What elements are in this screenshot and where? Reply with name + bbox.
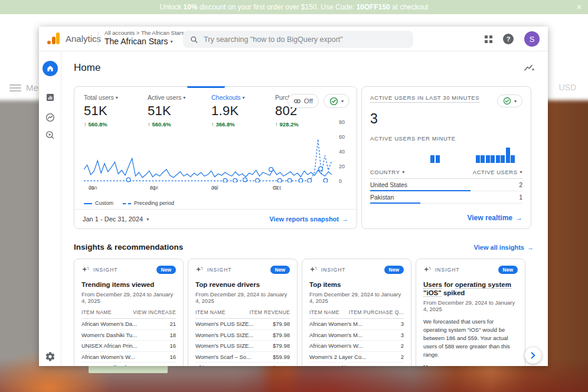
item-name: African Women's W... xyxy=(81,354,135,360)
help-icon[interactable]: ? xyxy=(503,34,514,44)
insight-title: Users for operating system "iOS" spiked xyxy=(423,280,518,297)
minute-bar xyxy=(436,155,440,163)
insight-body: We forecasted that users for operating s… xyxy=(423,318,518,359)
table-row: African Women's Da...21 xyxy=(81,319,176,330)
date-range-label: Jan 1 - Dec 31, 2024 xyxy=(83,215,143,223)
arrow-right-icon: → xyxy=(342,215,348,223)
check-circle-icon xyxy=(329,97,338,106)
chevron-down-icon: ▾ xyxy=(146,217,149,222)
account-name: The African Stars xyxy=(104,37,168,46)
hamburger-icon xyxy=(9,84,21,92)
gear-icon xyxy=(45,351,55,362)
insight-card-top-items[interactable]: INSIGHT New Top items From December 29, … xyxy=(302,259,411,366)
insight-cards-row: INSIGHT New Trending items viewed From D… xyxy=(74,259,525,366)
chart-legend: CustomPreceding period xyxy=(84,200,174,206)
chevron-down-icon: ▾ xyxy=(514,99,517,104)
item-value: 2 xyxy=(401,354,404,360)
sidebar-item-admin[interactable] xyxy=(39,351,61,362)
country-bar xyxy=(370,202,420,204)
insight-card-ios-spike[interactable]: INSIGHT New Users for operating system "… xyxy=(416,259,525,366)
insights-next-button[interactable] xyxy=(525,347,541,364)
country-row: United States2 xyxy=(370,179,522,191)
header-divider xyxy=(98,32,99,46)
chevron-right-icon xyxy=(530,352,536,359)
comparison-state: Off xyxy=(304,97,313,104)
promo-text-mid: discount on your first order over $150. … xyxy=(198,3,357,11)
table-row: African Women's M...$35.97 xyxy=(195,362,290,366)
insight-kicker: INSIGHT xyxy=(435,267,495,273)
item-name: African Women's M... xyxy=(309,321,362,327)
comparison-toggle[interactable]: Off xyxy=(288,94,319,108)
currency-selector[interactable]: USD xyxy=(558,83,576,92)
minute-bar xyxy=(486,155,490,163)
insight-title: Top revenue drivers xyxy=(195,280,290,289)
insight-kicker: INSIGHT xyxy=(207,267,267,273)
country-row: Pakistan1 xyxy=(370,191,522,204)
country-column-header[interactable]: COUNTRY ▾ xyxy=(370,169,405,175)
avatar[interactable]: S xyxy=(524,31,540,47)
item-name: African Women's M... xyxy=(195,364,249,366)
item-value: 16 xyxy=(169,354,176,360)
diagnostics-grid-icon[interactable] xyxy=(485,35,492,43)
anomaly-marker xyxy=(269,168,273,172)
table-row: UNISEX African Prin...16 xyxy=(81,341,176,352)
y-tick: 40 xyxy=(339,149,345,155)
anomaly-marker xyxy=(277,178,282,182)
item-value: $79.98 xyxy=(273,321,290,327)
item-name: Women's 2 Layer Co... xyxy=(309,354,366,360)
account-switcher[interactable]: All accounts > The African Stars The Afr… xyxy=(104,30,184,46)
search-bar[interactable] xyxy=(183,31,413,48)
reports-icon xyxy=(45,93,55,102)
insight-table: African Women's Da...21Women's Dashiki T… xyxy=(81,319,176,366)
view-all-insights-link[interactable]: View all insights → xyxy=(474,244,534,251)
arrow-right-icon: → xyxy=(527,244,534,251)
home-icon xyxy=(43,61,58,76)
date-range-picker[interactable]: Jan 1 - Dec 31, 2024 ▾ xyxy=(83,215,149,223)
x-axis-labels: 01Jan01Apr01Jul01Oct xyxy=(84,185,332,197)
column-header: ITEM NAME xyxy=(81,309,112,315)
search-input[interactable] xyxy=(204,35,406,44)
app-header: Analytics All accounts > The African Sta… xyxy=(39,27,548,51)
country-users: 2 xyxy=(519,181,522,188)
item-name: Women's Dashiki Tu... xyxy=(81,332,137,338)
insights-heading: Insights & recommendations xyxy=(74,243,183,251)
insight-card-trending-items[interactable]: INSIGHT New Trending items viewed From D… xyxy=(74,259,184,366)
view-realtime-link[interactable]: View realtime → xyxy=(468,214,523,222)
table-row: Women's 2 Layer Co...2 xyxy=(309,352,404,363)
view-reports-snapshot-link[interactable]: View reports snapshot → xyxy=(269,215,348,223)
table-row: Women's PLUS SIZE...$79.98 xyxy=(195,341,290,352)
country-table: United States2Pakistan1 xyxy=(370,179,522,204)
insight-table: African Women's M...3African Women's M..… xyxy=(309,319,404,366)
anomaly-marker xyxy=(126,178,130,182)
item-name: UNISEX African Prin... xyxy=(81,342,138,349)
close-icon[interactable]: ✕ xyxy=(576,0,582,14)
anomaly-marker xyxy=(299,178,303,182)
insight-card-top-revenue[interactable]: INSIGHT New Top revenue drivers From Dec… xyxy=(188,259,298,366)
item-value: 18 xyxy=(169,332,176,338)
y-axis-labels: 020406080 xyxy=(337,118,351,185)
column-header: ITEM NAME xyxy=(195,309,226,315)
realtime-data-quality-badge[interactable]: ▾ xyxy=(497,94,522,107)
x-tick-month: Apr xyxy=(150,185,158,191)
table-row: Women's PLUS SIZE...$79.98 xyxy=(195,319,290,330)
sidebar-item-explore[interactable] xyxy=(39,130,61,141)
data-quality-badge[interactable]: ▾ xyxy=(324,94,349,108)
nav-rail xyxy=(39,51,61,366)
item-name: Women's PLUS SIZE... xyxy=(195,332,253,338)
insight-subtitle: From December 29, 2024 to January 4, 202… xyxy=(195,291,290,304)
insights-shortcut-button[interactable] xyxy=(524,63,535,73)
overview-card: Total users▾51K↑ 560.8%Active users▾51K↑… xyxy=(74,86,357,229)
sidebar-item-advertising[interactable] xyxy=(39,112,61,123)
sidebar-item-reports[interactable] xyxy=(39,93,61,102)
promo-banner: Unlock 10% discount on your first order … xyxy=(0,0,588,14)
app-logo[interactable]: Analytics xyxy=(47,32,101,44)
legend-item: Preceding period xyxy=(123,200,174,206)
sidebar-item-home[interactable] xyxy=(39,61,61,76)
minute-bar xyxy=(491,155,495,163)
insight-kicker: INSIGHT xyxy=(321,267,381,273)
series-solid xyxy=(84,158,332,178)
item-value: $59.99 xyxy=(273,354,290,360)
chevron-down-icon: ▾ xyxy=(170,39,172,44)
active-users-column-header[interactable]: ACTIVE USERS ▾ xyxy=(473,169,522,175)
product-name: Analytics xyxy=(66,34,101,44)
